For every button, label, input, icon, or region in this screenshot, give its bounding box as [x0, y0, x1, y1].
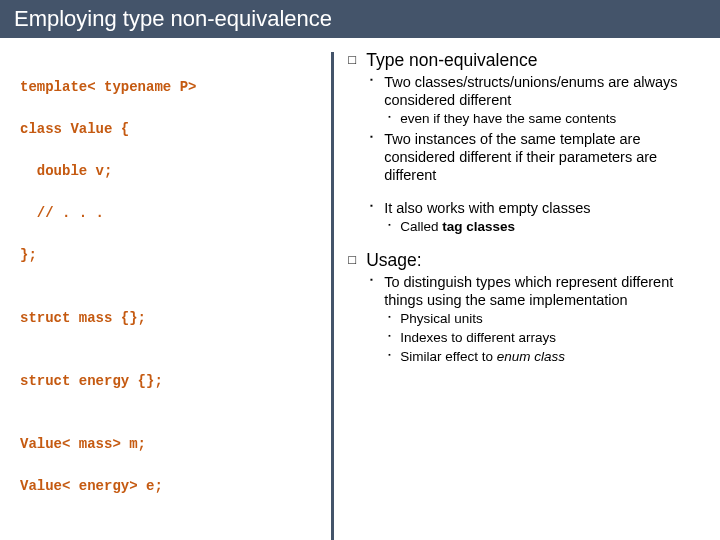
text-pane: Type non-equivalence Two classes/structs…: [334, 38, 720, 540]
italic-text: enum class: [497, 349, 565, 364]
sub-bullet: Indexes to different arrays: [388, 330, 704, 347]
code-line: struct energy {};: [20, 373, 163, 389]
code-line: struct mass {};: [20, 310, 146, 326]
text: Called: [400, 219, 442, 234]
bullet: Two instances of the same template are c…: [370, 130, 704, 184]
bullet: It also works with empty classes: [370, 199, 704, 217]
slide: Employing type non-equivalence template<…: [0, 0, 720, 540]
code-line: // . . .: [20, 205, 104, 221]
slide-title: Employing type non-equivalence: [0, 0, 720, 38]
code-line: };: [20, 247, 37, 263]
heading-type-non-equivalence: Type non-equivalence: [348, 50, 704, 71]
code-line: template< typename P>: [20, 79, 196, 95]
code-line: double v;: [20, 163, 112, 179]
code-pane: template< typename P> class Value { doub…: [0, 38, 331, 540]
code-line: Value< mass> m;: [20, 436, 146, 452]
bullet: To distinguish types which represent dif…: [370, 273, 704, 309]
code-line: class Value {: [20, 121, 129, 137]
sub-bullet: even if they have the same contents: [388, 111, 704, 128]
sub-bullet: Similar effect to enum class: [388, 349, 704, 366]
code-line: Value< energy> e;: [20, 478, 163, 494]
heading-usage: Usage:: [348, 250, 704, 271]
bold-text: tag classes: [442, 219, 515, 234]
bullet: Two classes/structs/unions/enums are alw…: [370, 73, 704, 109]
slide-content: template< typename P> class Value { doub…: [0, 38, 720, 540]
sub-bullet: Physical units: [388, 311, 704, 328]
sub-bullet: Called tag classes: [388, 219, 704, 236]
text: Similar effect to: [400, 349, 497, 364]
